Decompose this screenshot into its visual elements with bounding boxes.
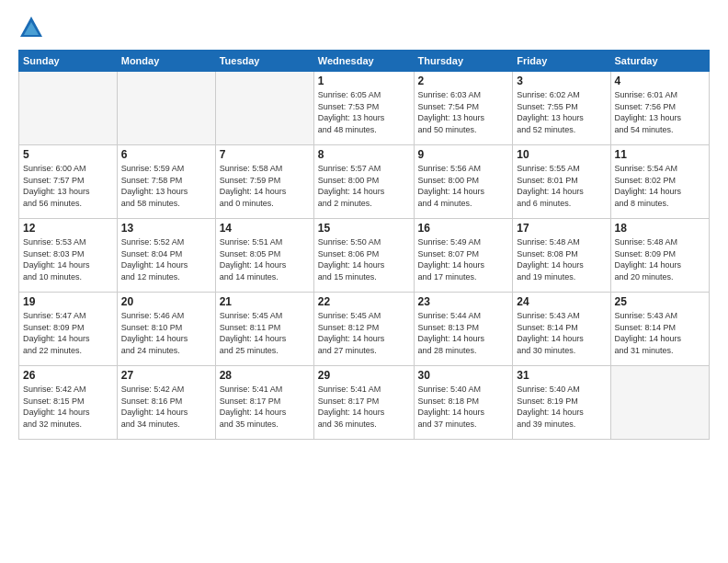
day-info: Sunrise: 6:03 AMSunset: 7:54 PMDaylight:… xyxy=(418,89,509,135)
day-number: 20 xyxy=(121,295,211,308)
calendar-cell: 24Sunrise: 5:43 AMSunset: 8:14 PMDayligh… xyxy=(513,293,610,366)
day-number: 17 xyxy=(517,222,606,235)
calendar-cell: 22Sunrise: 5:45 AMSunset: 8:12 PMDayligh… xyxy=(313,293,414,366)
day-number: 7 xyxy=(220,148,310,161)
day-info: Sunrise: 6:02 AMSunset: 7:55 PMDaylight:… xyxy=(517,89,606,135)
day-number: 9 xyxy=(418,148,509,161)
day-number: 10 xyxy=(517,148,606,161)
day-info: Sunrise: 6:05 AMSunset: 7:53 PMDaylight:… xyxy=(318,89,410,135)
day-number: 2 xyxy=(418,75,509,87)
calendar-cell: 23Sunrise: 5:44 AMSunset: 8:13 PMDayligh… xyxy=(414,293,513,366)
calendar-cell: 9Sunrise: 5:56 AMSunset: 8:00 PMDaylight… xyxy=(414,145,513,219)
day-info: Sunrise: 5:50 AMSunset: 8:06 PMDaylight:… xyxy=(318,236,410,282)
day-number: 12 xyxy=(23,222,113,235)
calendar-cell: 15Sunrise: 5:50 AMSunset: 8:06 PMDayligh… xyxy=(313,219,414,293)
calendar-cell: 29Sunrise: 5:41 AMSunset: 8:17 PMDayligh… xyxy=(313,366,414,440)
day-number: 18 xyxy=(615,222,705,235)
calendar-cell: 14Sunrise: 5:51 AMSunset: 8:05 PMDayligh… xyxy=(215,219,313,293)
day-number: 16 xyxy=(418,222,509,235)
calendar-cell: 11Sunrise: 5:54 AMSunset: 8:02 PMDayligh… xyxy=(610,145,709,219)
calendar-cell: 20Sunrise: 5:46 AMSunset: 8:10 PMDayligh… xyxy=(117,293,215,366)
day-info: Sunrise: 6:01 AMSunset: 7:56 PMDaylight:… xyxy=(615,89,705,135)
calendar-cell: 25Sunrise: 5:43 AMSunset: 8:14 PMDayligh… xyxy=(610,293,709,366)
day-info: Sunrise: 5:43 AMSunset: 8:14 PMDaylight:… xyxy=(615,310,705,356)
calendar-cell: 16Sunrise: 5:49 AMSunset: 8:07 PMDayligh… xyxy=(414,219,513,293)
calendar-header-friday: Friday xyxy=(513,51,610,72)
calendar-cell: 5Sunrise: 6:00 AMSunset: 7:57 PMDaylight… xyxy=(19,145,118,219)
day-number: 19 xyxy=(23,295,113,308)
day-number: 31 xyxy=(517,369,606,382)
logo-icon xyxy=(18,15,44,40)
calendar-cell: 18Sunrise: 5:48 AMSunset: 8:09 PMDayligh… xyxy=(610,219,709,293)
day-number: 23 xyxy=(418,295,509,308)
header xyxy=(18,15,710,40)
calendar-cell xyxy=(215,72,313,145)
day-info: Sunrise: 5:41 AMSunset: 8:17 PMDaylight:… xyxy=(318,384,410,430)
day-number: 28 xyxy=(220,369,310,382)
logo xyxy=(18,15,48,40)
calendar-cell: 17Sunrise: 5:48 AMSunset: 8:08 PMDayligh… xyxy=(513,219,610,293)
day-number: 5 xyxy=(23,148,113,161)
day-number: 11 xyxy=(615,148,705,161)
calendar-header-wednesday: Wednesday xyxy=(313,51,414,72)
calendar-week-row: 1Sunrise: 6:05 AMSunset: 7:53 PMDaylight… xyxy=(19,72,710,145)
day-info: Sunrise: 5:48 AMSunset: 8:08 PMDaylight:… xyxy=(517,236,606,282)
calendar-cell: 4Sunrise: 6:01 AMSunset: 7:56 PMDaylight… xyxy=(610,72,709,145)
calendar-header-monday: Monday xyxy=(117,51,215,72)
calendar-cell xyxy=(117,72,215,145)
page: SundayMondayTuesdayWednesdayThursdayFrid… xyxy=(0,0,728,563)
calendar-header-sunday: Sunday xyxy=(19,51,118,72)
calendar-cell: 27Sunrise: 5:42 AMSunset: 8:16 PMDayligh… xyxy=(117,366,215,440)
day-info: Sunrise: 5:53 AMSunset: 8:03 PMDaylight:… xyxy=(23,236,113,282)
day-number: 27 xyxy=(121,369,211,382)
day-info: Sunrise: 5:40 AMSunset: 8:19 PMDaylight:… xyxy=(517,384,606,430)
day-info: Sunrise: 5:44 AMSunset: 8:13 PMDaylight:… xyxy=(418,310,509,356)
calendar-cell: 21Sunrise: 5:45 AMSunset: 8:11 PMDayligh… xyxy=(215,293,313,366)
calendar-cell: 3Sunrise: 6:02 AMSunset: 7:55 PMDaylight… xyxy=(513,72,610,145)
calendar-cell: 10Sunrise: 5:55 AMSunset: 8:01 PMDayligh… xyxy=(513,145,610,219)
day-number: 29 xyxy=(318,369,410,382)
day-number: 26 xyxy=(23,369,113,382)
calendar-week-row: 19Sunrise: 5:47 AMSunset: 8:09 PMDayligh… xyxy=(19,293,710,366)
calendar-cell: 28Sunrise: 5:41 AMSunset: 8:17 PMDayligh… xyxy=(215,366,313,440)
day-number: 22 xyxy=(318,295,410,308)
calendar-cell: 6Sunrise: 5:59 AMSunset: 7:58 PMDaylight… xyxy=(117,145,215,219)
day-info: Sunrise: 5:55 AMSunset: 8:01 PMDaylight:… xyxy=(517,163,606,209)
day-info: Sunrise: 5:48 AMSunset: 8:09 PMDaylight:… xyxy=(615,236,705,282)
calendar: SundayMondayTuesdayWednesdayThursdayFrid… xyxy=(18,50,710,440)
day-info: Sunrise: 5:57 AMSunset: 8:00 PMDaylight:… xyxy=(318,163,410,209)
calendar-week-row: 26Sunrise: 5:42 AMSunset: 8:15 PMDayligh… xyxy=(19,366,710,440)
day-number: 1 xyxy=(318,75,410,87)
day-info: Sunrise: 6:00 AMSunset: 7:57 PMDaylight:… xyxy=(23,163,113,209)
calendar-cell: 12Sunrise: 5:53 AMSunset: 8:03 PMDayligh… xyxy=(19,219,118,293)
calendar-cell: 13Sunrise: 5:52 AMSunset: 8:04 PMDayligh… xyxy=(117,219,215,293)
calendar-header-thursday: Thursday xyxy=(414,51,513,72)
day-info: Sunrise: 5:45 AMSunset: 8:11 PMDaylight:… xyxy=(220,310,310,356)
calendar-week-row: 5Sunrise: 6:00 AMSunset: 7:57 PMDaylight… xyxy=(19,145,710,219)
calendar-cell xyxy=(19,72,118,145)
calendar-header-tuesday: Tuesday xyxy=(215,51,313,72)
calendar-header-saturday: Saturday xyxy=(610,51,709,72)
day-info: Sunrise: 5:45 AMSunset: 8:12 PMDaylight:… xyxy=(318,310,410,356)
day-info: Sunrise: 5:43 AMSunset: 8:14 PMDaylight:… xyxy=(517,310,606,356)
day-number: 25 xyxy=(615,295,705,308)
day-number: 6 xyxy=(121,148,211,161)
day-info: Sunrise: 5:41 AMSunset: 8:17 PMDaylight:… xyxy=(220,384,310,430)
day-info: Sunrise: 5:49 AMSunset: 8:07 PMDaylight:… xyxy=(418,236,509,282)
calendar-cell: 7Sunrise: 5:58 AMSunset: 7:59 PMDaylight… xyxy=(215,145,313,219)
day-number: 4 xyxy=(615,75,705,87)
calendar-cell: 30Sunrise: 5:40 AMSunset: 8:18 PMDayligh… xyxy=(414,366,513,440)
day-info: Sunrise: 5:56 AMSunset: 8:00 PMDaylight:… xyxy=(418,163,509,209)
calendar-header-row: SundayMondayTuesdayWednesdayThursdayFrid… xyxy=(19,51,710,72)
calendar-cell: 19Sunrise: 5:47 AMSunset: 8:09 PMDayligh… xyxy=(19,293,118,366)
calendar-week-row: 12Sunrise: 5:53 AMSunset: 8:03 PMDayligh… xyxy=(19,219,710,293)
day-number: 15 xyxy=(318,222,410,235)
day-info: Sunrise: 5:51 AMSunset: 8:05 PMDaylight:… xyxy=(220,236,310,282)
day-number: 21 xyxy=(220,295,310,308)
day-info: Sunrise: 5:46 AMSunset: 8:10 PMDaylight:… xyxy=(121,310,211,356)
calendar-cell: 1Sunrise: 6:05 AMSunset: 7:53 PMDaylight… xyxy=(313,72,414,145)
day-info: Sunrise: 5:47 AMSunset: 8:09 PMDaylight:… xyxy=(23,310,113,356)
day-info: Sunrise: 5:40 AMSunset: 8:18 PMDaylight:… xyxy=(418,384,509,430)
day-number: 13 xyxy=(121,222,211,235)
calendar-cell xyxy=(610,366,709,440)
